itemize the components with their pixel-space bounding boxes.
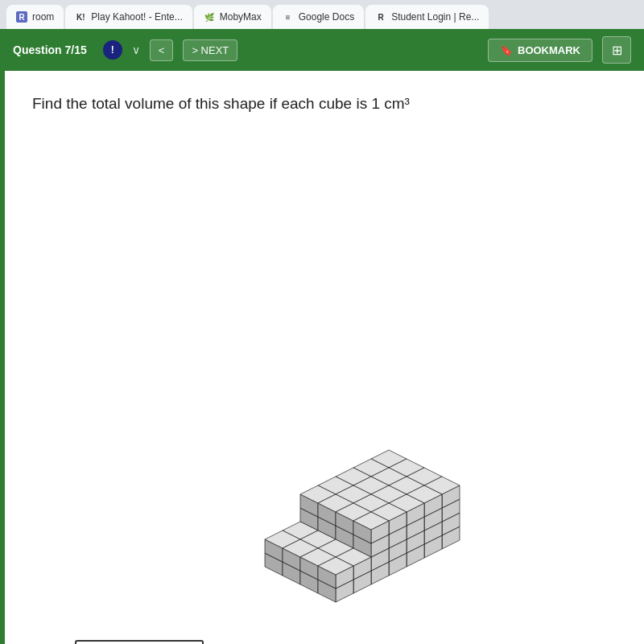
isometric-blocks: .f-top { fill: #e2e2e2; stroke: #222; st… <box>169 398 475 616</box>
tab-kahoot-favicon: K! <box>75 11 86 23</box>
answer-area: V = cm3 <box>26 640 618 644</box>
tab-room-label: room <box>32 11 54 23</box>
answer-input[interactable] <box>75 640 204 644</box>
chevron-down-icon: ∨ <box>132 43 140 56</box>
3d-shape-svg: .top { fill: #e0e0e0; stroke: #333; stro… <box>329 141 618 374</box>
bookmark-label: BOOKMARK <box>518 44 580 56</box>
alert-symbol: ! <box>111 44 114 56</box>
grid-icon: ⊞ <box>612 43 622 58</box>
tab-mobymax-label: MobyMax <box>220 11 262 23</box>
tab-kahoot-label: Play Kahoot! - Ente... <box>91 11 182 23</box>
tab-room-favicon: R <box>16 11 27 23</box>
tab-studentlogin-favicon: R <box>375 11 386 23</box>
next-label: > NEXT <box>192 44 229 56</box>
tab-kahoot[interactable]: K! Play Kahoot! - Ente... <box>65 5 192 29</box>
toolbar: Question 7/15 ! ∨ < > NEXT 🔖 BOOKMARK ⊞ <box>0 29 644 71</box>
tab-googledocs-favicon: ≡ <box>283 11 294 23</box>
prev-icon: < <box>159 44 165 56</box>
cube-group <box>265 450 460 602</box>
grid-button[interactable]: ⊞ <box>602 36 631 64</box>
tab-googledocs-label: Google Docs <box>299 11 354 23</box>
tab-mobymax-favicon: 🌿 <box>204 11 215 23</box>
shape-display: .f-top { fill: #e2e2e2; stroke: #222; st… <box>26 398 618 616</box>
content-area: Find the total volume of this shape if e… <box>0 71 644 644</box>
question-counter: Question 7/15 <box>13 43 87 56</box>
shape-container: .top { fill: #e0e0e0; stroke: #333; stro… <box>26 141 618 382</box>
volume-shape-svg <box>26 141 329 382</box>
question-accent-bar <box>0 71 5 644</box>
bookmark-button[interactable]: 🔖 BOOKMARK <box>488 39 592 62</box>
next-button[interactable]: > NEXT <box>183 39 237 61</box>
bookmark-icon: 🔖 <box>500 44 513 56</box>
question-text: Find the total volume of this shape if e… <box>26 93 618 115</box>
tab-studentlogin-label: Student Login | Re... <box>391 11 479 23</box>
tab-bar: R room K! Play Kahoot! - Ente... 🌿 MobyM… <box>0 0 644 29</box>
prev-button[interactable]: < <box>150 39 174 61</box>
tab-studentlogin[interactable]: R Student Login | Re... <box>365 5 489 29</box>
alert-button[interactable]: ! <box>103 40 122 60</box>
alert-dropdown[interactable]: ∨ <box>132 43 140 56</box>
tab-mobymax[interactable]: 🌿 MobyMax <box>194 5 271 29</box>
question-panel: Find the total volume of this shape if e… <box>0 71 644 644</box>
tab-googledocs[interactable]: ≡ Google Docs <box>273 5 364 29</box>
tab-room[interactable]: R room <box>6 5 64 29</box>
